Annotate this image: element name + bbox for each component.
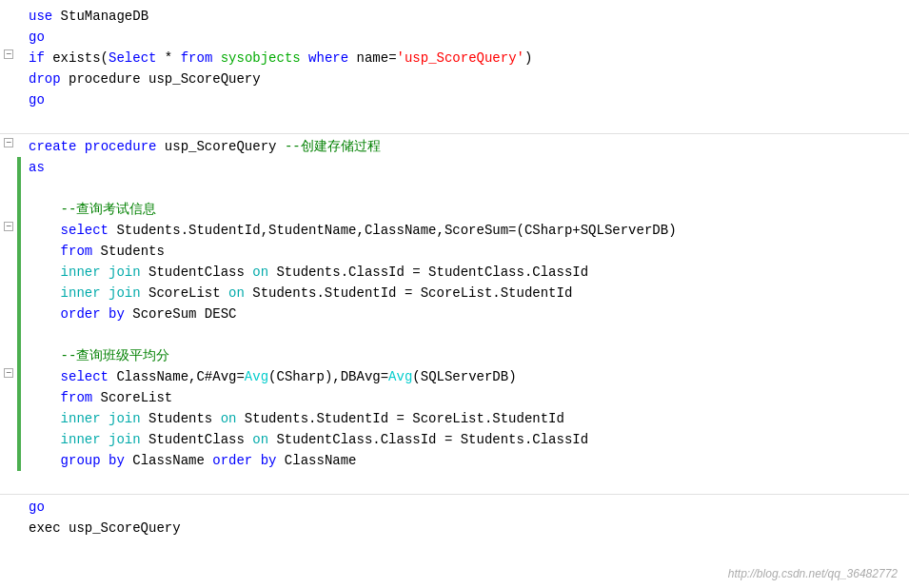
code-line-18: − select ClassName,C#Avg=Avg(CSharp),DBA…: [0, 366, 909, 387]
fold-gutter-9: [0, 178, 17, 180]
fold-gutter-13: [0, 262, 17, 264]
code-content-17: --查询班级平均分: [21, 345, 909, 366]
code-content-5: go: [21, 89, 909, 110]
fold-gutter-15: [0, 304, 17, 305]
fold-marker-11[interactable]: −: [4, 222, 13, 231]
code-area: use StuManageDB go − if exists(Select * …: [0, 0, 909, 544]
code-line-1: use StuManageDB: [0, 6, 909, 27]
code-line-7: − create procedure usp_ScoreQuery --创建存储…: [0, 136, 909, 157]
code-line-20: inner join Students on Students.StudentI…: [0, 408, 909, 429]
code-editor: use StuManageDB go − if exists(Select * …: [0, 0, 909, 588]
code-line-6: [0, 110, 909, 131]
code-content-1: use StuManageDB: [21, 6, 909, 27]
code-line-4: drop procedure usp_ScoreQuery: [0, 69, 909, 89]
code-content-4: drop procedure usp_ScoreQuery: [21, 69, 909, 89]
code-content-24: go: [21, 497, 909, 518]
fold-gutter-2: [0, 27, 17, 29]
code-line-17: --查询班级平均分: [0, 345, 909, 366]
code-line-5: go: [0, 89, 909, 110]
code-line-11: − select Students.StudentId,StudentName,…: [0, 220, 909, 241]
fold-gutter-4: [0, 69, 17, 70]
code-line-24: go: [0, 497, 909, 518]
code-line-22: group by ClassName order by ClassName: [0, 450, 909, 471]
code-line-21: inner join StudentClass on StudentClass.…: [0, 429, 909, 450]
fold-gutter-10: [0, 199, 17, 201]
code-line-13: inner join StudentClass on Students.Clas…: [0, 262, 909, 283]
fold-gutter-3[interactable]: −: [0, 48, 17, 59]
code-content-2: go: [21, 27, 909, 48]
code-content-14: inner join ScoreList on Students.Student…: [21, 283, 909, 304]
code-content-22: group by ClassName order by ClassName: [21, 450, 909, 471]
fold-gutter-12: [0, 241, 17, 243]
code-line-9: [0, 178, 909, 199]
fold-gutter-7[interactable]: −: [0, 136, 17, 147]
fold-gutter-6: [0, 110, 17, 112]
fold-gutter-24: [0, 497, 17, 499]
code-content-8: as: [21, 157, 909, 178]
fold-gutter-25: [0, 518, 17, 519]
fold-gutter-23: [0, 471, 17, 473]
code-line-23: [0, 471, 909, 492]
code-content-10: --查询考试信息: [21, 199, 909, 220]
code-line-2: go: [0, 27, 909, 48]
fold-gutter-19: [0, 387, 17, 389]
code-line-8: as: [0, 157, 909, 178]
code-line-16: [0, 324, 909, 345]
code-content-15: order by ScoreSum DESC: [21, 304, 909, 324]
fold-gutter-14: [0, 283, 17, 284]
code-line-10: --查询考试信息: [0, 199, 909, 220]
code-content-7: create procedure usp_ScoreQuery --创建存储过程: [21, 136, 909, 157]
watermark: http://blog.csdn.net/qq_36482772: [728, 567, 898, 580]
code-line-12: from Students: [0, 241, 909, 262]
code-content-19: from ScoreList: [21, 387, 909, 408]
fold-gutter-22: [0, 450, 17, 452]
code-content-12: from Students: [21, 241, 909, 262]
code-line-3: − if exists(Select * from sysobjects whe…: [0, 48, 909, 69]
green-bar-9: [17, 178, 21, 199]
divider: [0, 133, 909, 134]
fold-marker-3[interactable]: −: [4, 49, 13, 59]
fold-marker-18[interactable]: −: [4, 368, 13, 378]
fold-gutter-16: [0, 324, 17, 326]
fold-gutter-18[interactable]: −: [0, 366, 17, 378]
code-content-11: select Students.StudentId,StudentName,Cl…: [21, 220, 909, 241]
code-content-20: inner join Students on Students.StudentI…: [21, 408, 909, 429]
code-line-25: exec usp_ScoreQuery: [0, 518, 909, 539]
code-line-14: inner join ScoreList on Students.Student…: [0, 283, 909, 304]
fold-gutter-20: [0, 408, 17, 410]
fold-gutter-5: [0, 89, 17, 91]
fold-marker-7[interactable]: −: [4, 138, 13, 147]
code-content-21: inner join StudentClass on StudentClass.…: [21, 429, 909, 450]
divider-bottom: [0, 494, 909, 495]
fold-gutter-21: [0, 429, 17, 431]
fold-gutter-17: [0, 345, 17, 347]
fold-gutter-11[interactable]: −: [0, 220, 17, 231]
code-content-18: select ClassName,C#Avg=Avg(CSharp),DBAvg…: [21, 366, 909, 387]
code-content-3: if exists(Select * from sysobjects where…: [21, 48, 909, 69]
code-content-13: inner join StudentClass on Students.Clas…: [21, 262, 909, 283]
code-content-25: exec usp_ScoreQuery: [21, 518, 909, 539]
green-bar-16: [17, 324, 21, 345]
fold-gutter-8: [0, 157, 17, 159]
code-line-15: order by ScoreSum DESC: [0, 304, 909, 324]
code-line-19: from ScoreList: [0, 387, 909, 408]
fold-gutter-1: [0, 6, 17, 8]
